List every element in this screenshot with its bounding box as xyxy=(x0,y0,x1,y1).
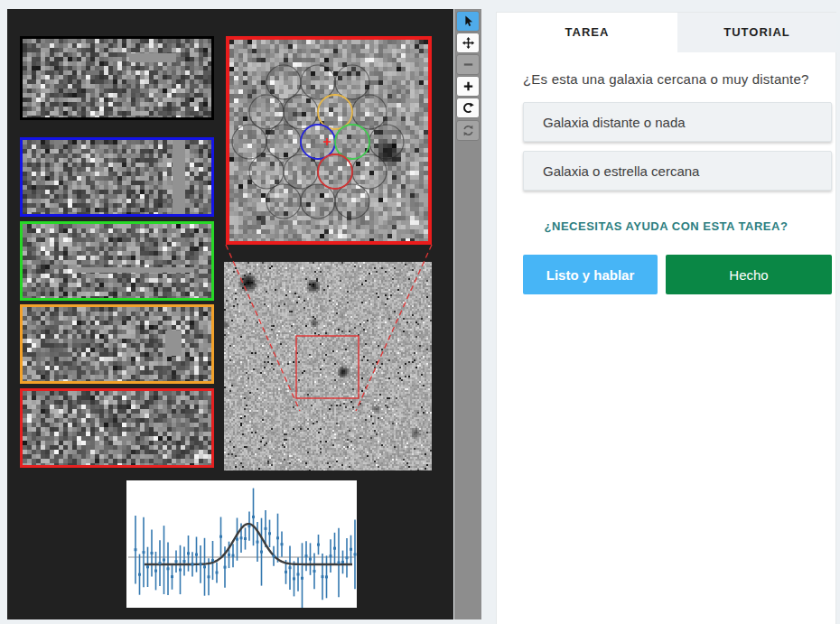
zoom-out-button[interactable] xyxy=(456,54,480,75)
pointer-tool-button[interactable] xyxy=(456,11,480,32)
classifier-page: TAREA TUTORIAL ¿Es esta una galaxia cerc… xyxy=(0,0,840,624)
reset-view-button[interactable] xyxy=(456,120,480,141)
plus-icon xyxy=(462,79,475,93)
rotate-tool-button[interactable] xyxy=(456,98,480,118)
zoom-in-button[interactable] xyxy=(456,76,480,97)
task-question: ¿Es esta una galaxia cercana o muy dista… xyxy=(523,71,821,87)
spectrum-thumbnail-1[interactable] xyxy=(20,36,214,120)
done-button[interactable]: Hecho xyxy=(666,255,832,294)
answer-nearby-galaxy[interactable]: Galaxia o estrella cercana xyxy=(523,151,832,191)
spectrum-thumbnail-3[interactable] xyxy=(20,221,214,301)
spectrum-thumbnail-4[interactable] xyxy=(20,304,214,384)
viewer-toolbar xyxy=(454,9,481,619)
cursor-arrow-icon xyxy=(462,14,475,28)
spectrum-thumbnail-5[interactable] xyxy=(20,388,214,468)
done-and-talk-button[interactable]: Listo y hablar xyxy=(523,255,658,294)
task-help-link[interactable]: ¿NECESITAS AYUDA CON ESTA TAREA? xyxy=(497,219,835,233)
minus-icon xyxy=(462,58,475,71)
refresh-icon xyxy=(462,124,475,137)
rotate-icon xyxy=(462,101,475,115)
fiber-bundle-overlay xyxy=(229,40,428,241)
task-panel: TAREA TUTORIAL ¿Es esta una galaxia cerc… xyxy=(496,12,836,624)
field-image[interactable] xyxy=(224,262,432,470)
spectrum-thumbnail-2[interactable] xyxy=(20,137,214,217)
move-arrows-icon xyxy=(462,36,475,50)
subject-viewer-panel xyxy=(7,9,453,619)
pan-tool-button[interactable] xyxy=(456,33,480,53)
fiber-zoom-image[interactable] xyxy=(226,36,432,245)
answer-distant-galaxy[interactable]: Galaxia distante o nada xyxy=(523,102,832,142)
tab-tutorial[interactable]: TUTORIAL xyxy=(677,13,836,52)
tab-tarea[interactable]: TAREA xyxy=(497,13,677,52)
spectrum-plot xyxy=(126,480,357,608)
